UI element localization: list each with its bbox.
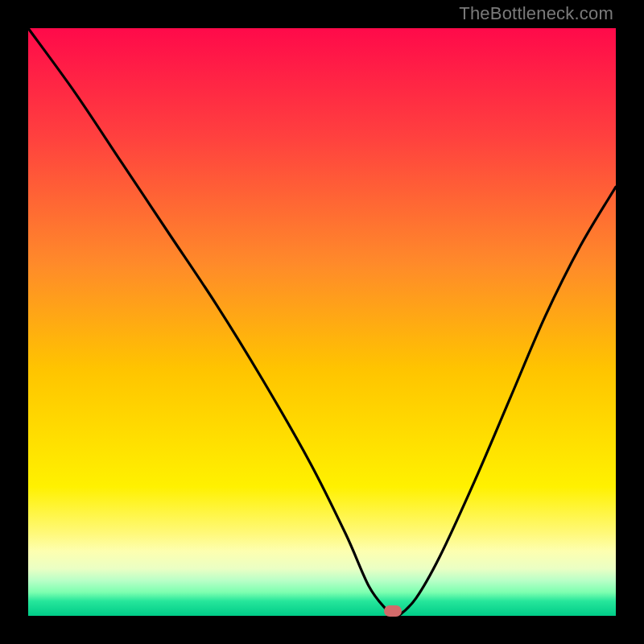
watermark-text: TheBottleneck.com bbox=[459, 3, 613, 24]
curve-svg bbox=[28, 28, 616, 616]
plot-area bbox=[28, 28, 616, 616]
bottleneck-chart: TheBottleneck.com bbox=[0, 0, 644, 644]
bottleneck-curve-path bbox=[28, 28, 616, 617]
optimal-point-marker bbox=[384, 605, 402, 617]
